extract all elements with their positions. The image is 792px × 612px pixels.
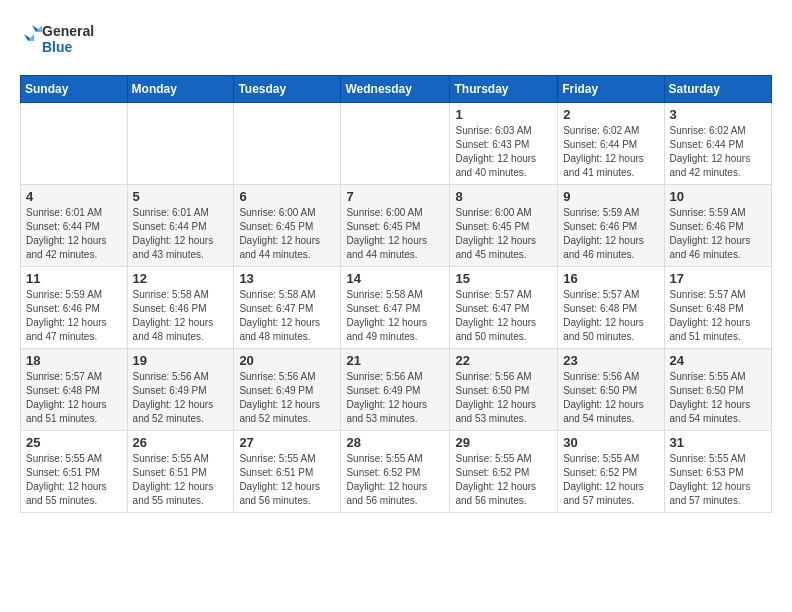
day-number: 1 [455,107,552,122]
calendar-cell: 3Sunrise: 6:02 AMSunset: 6:44 PMDaylight… [664,103,771,185]
day-number: 8 [455,189,552,204]
calendar-cell: 4Sunrise: 6:01 AMSunset: 6:44 PMDaylight… [21,185,128,267]
day-number: 4 [26,189,122,204]
day-info: Sunrise: 5:57 AMSunset: 6:48 PMDaylight:… [670,288,766,344]
week-row-4: 18Sunrise: 5:57 AMSunset: 6:48 PMDayligh… [21,349,772,431]
day-number: 10 [670,189,766,204]
day-info: Sunrise: 5:58 AMSunset: 6:46 PMDaylight:… [133,288,229,344]
day-info: Sunrise: 5:59 AMSunset: 6:46 PMDaylight:… [670,206,766,262]
calendar-cell: 1Sunrise: 6:03 AMSunset: 6:43 PMDaylight… [450,103,558,185]
calendar-cell: 17Sunrise: 5:57 AMSunset: 6:48 PMDayligh… [664,267,771,349]
day-info: Sunrise: 6:02 AMSunset: 6:44 PMDaylight:… [670,124,766,180]
day-number: 29 [455,435,552,450]
day-number: 27 [239,435,335,450]
calendar-body: 1Sunrise: 6:03 AMSunset: 6:43 PMDaylight… [21,103,772,513]
calendar-cell: 6Sunrise: 6:00 AMSunset: 6:45 PMDaylight… [234,185,341,267]
day-number: 17 [670,271,766,286]
day-info: Sunrise: 5:55 AMSunset: 6:50 PMDaylight:… [670,370,766,426]
day-number: 15 [455,271,552,286]
day-number: 6 [239,189,335,204]
calendar-cell [234,103,341,185]
day-info: Sunrise: 5:55 AMSunset: 6:52 PMDaylight:… [346,452,444,508]
calendar-cell: 11Sunrise: 5:59 AMSunset: 6:46 PMDayligh… [21,267,128,349]
day-info: Sunrise: 5:59 AMSunset: 6:46 PMDaylight:… [563,206,658,262]
day-info: Sunrise: 5:56 AMSunset: 6:50 PMDaylight:… [563,370,658,426]
calendar-cell: 29Sunrise: 5:55 AMSunset: 6:52 PMDayligh… [450,431,558,513]
calendar-cell: 13Sunrise: 5:58 AMSunset: 6:47 PMDayligh… [234,267,341,349]
calendar-cell: 19Sunrise: 5:56 AMSunset: 6:49 PMDayligh… [127,349,234,431]
calendar-cell: 23Sunrise: 5:56 AMSunset: 6:50 PMDayligh… [558,349,664,431]
day-info: Sunrise: 5:56 AMSunset: 6:49 PMDaylight:… [239,370,335,426]
day-info: Sunrise: 5:59 AMSunset: 6:46 PMDaylight:… [26,288,122,344]
day-info: Sunrise: 5:55 AMSunset: 6:51 PMDaylight:… [133,452,229,508]
day-number: 24 [670,353,766,368]
day-number: 22 [455,353,552,368]
day-number: 21 [346,353,444,368]
calendar-cell: 15Sunrise: 5:57 AMSunset: 6:47 PMDayligh… [450,267,558,349]
calendar-cell: 7Sunrise: 6:00 AMSunset: 6:45 PMDaylight… [341,185,450,267]
day-number: 30 [563,435,658,450]
day-info: Sunrise: 5:58 AMSunset: 6:47 PMDaylight:… [346,288,444,344]
day-number: 26 [133,435,229,450]
day-info: Sunrise: 5:55 AMSunset: 6:52 PMDaylight:… [563,452,658,508]
calendar-cell: 30Sunrise: 5:55 AMSunset: 6:52 PMDayligh… [558,431,664,513]
day-info: Sunrise: 6:01 AMSunset: 6:44 PMDaylight:… [133,206,229,262]
calendar-cell: 22Sunrise: 5:56 AMSunset: 6:50 PMDayligh… [450,349,558,431]
calendar-cell: 16Sunrise: 5:57 AMSunset: 6:48 PMDayligh… [558,267,664,349]
calendar-cell: 25Sunrise: 5:55 AMSunset: 6:51 PMDayligh… [21,431,128,513]
svg-text:Blue: Blue [42,39,73,55]
header-row: SundayMondayTuesdayWednesdayThursdayFrid… [21,76,772,103]
header-tuesday: Tuesday [234,76,341,103]
logo-svg: General Blue [20,20,100,65]
day-number: 12 [133,271,229,286]
day-number: 31 [670,435,766,450]
header-wednesday: Wednesday [341,76,450,103]
week-row-3: 11Sunrise: 5:59 AMSunset: 6:46 PMDayligh… [21,267,772,349]
calendar-cell: 8Sunrise: 6:00 AMSunset: 6:45 PMDaylight… [450,185,558,267]
calendar-cell: 26Sunrise: 5:55 AMSunset: 6:51 PMDayligh… [127,431,234,513]
day-info: Sunrise: 5:57 AMSunset: 6:48 PMDaylight:… [563,288,658,344]
day-number: 11 [26,271,122,286]
day-info: Sunrise: 5:55 AMSunset: 6:51 PMDaylight:… [26,452,122,508]
day-info: Sunrise: 5:56 AMSunset: 6:49 PMDaylight:… [346,370,444,426]
day-info: Sunrise: 6:00 AMSunset: 6:45 PMDaylight:… [346,206,444,262]
calendar-cell: 2Sunrise: 6:02 AMSunset: 6:44 PMDaylight… [558,103,664,185]
day-info: Sunrise: 5:55 AMSunset: 6:53 PMDaylight:… [670,452,766,508]
day-number: 7 [346,189,444,204]
day-number: 18 [26,353,122,368]
day-info: Sunrise: 5:55 AMSunset: 6:52 PMDaylight:… [455,452,552,508]
day-info: Sunrise: 5:57 AMSunset: 6:48 PMDaylight:… [26,370,122,426]
calendar-cell [21,103,128,185]
week-row-2: 4Sunrise: 6:01 AMSunset: 6:44 PMDaylight… [21,185,772,267]
page-header: General Blue [20,20,772,65]
calendar-cell: 9Sunrise: 5:59 AMSunset: 6:46 PMDaylight… [558,185,664,267]
day-info: Sunrise: 6:03 AMSunset: 6:43 PMDaylight:… [455,124,552,180]
calendar-cell: 24Sunrise: 5:55 AMSunset: 6:50 PMDayligh… [664,349,771,431]
day-number: 3 [670,107,766,122]
calendar-cell: 18Sunrise: 5:57 AMSunset: 6:48 PMDayligh… [21,349,128,431]
header-thursday: Thursday [450,76,558,103]
calendar-cell: 14Sunrise: 5:58 AMSunset: 6:47 PMDayligh… [341,267,450,349]
day-number: 16 [563,271,658,286]
calendar-cell [341,103,450,185]
day-number: 20 [239,353,335,368]
week-row-5: 25Sunrise: 5:55 AMSunset: 6:51 PMDayligh… [21,431,772,513]
header-sunday: Sunday [21,76,128,103]
calendar-cell: 5Sunrise: 6:01 AMSunset: 6:44 PMDaylight… [127,185,234,267]
day-number: 2 [563,107,658,122]
svg-text:General: General [42,23,94,39]
day-number: 9 [563,189,658,204]
header-friday: Friday [558,76,664,103]
calendar-cell: 28Sunrise: 5:55 AMSunset: 6:52 PMDayligh… [341,431,450,513]
day-info: Sunrise: 5:56 AMSunset: 6:49 PMDaylight:… [133,370,229,426]
day-number: 25 [26,435,122,450]
calendar-cell: 31Sunrise: 5:55 AMSunset: 6:53 PMDayligh… [664,431,771,513]
calendar-cell [127,103,234,185]
day-number: 19 [133,353,229,368]
week-row-1: 1Sunrise: 6:03 AMSunset: 6:43 PMDaylight… [21,103,772,185]
day-number: 5 [133,189,229,204]
calendar-cell: 12Sunrise: 5:58 AMSunset: 6:46 PMDayligh… [127,267,234,349]
calendar-table: SundayMondayTuesdayWednesdayThursdayFrid… [20,75,772,513]
day-info: Sunrise: 6:00 AMSunset: 6:45 PMDaylight:… [455,206,552,262]
calendar-cell: 27Sunrise: 5:55 AMSunset: 6:51 PMDayligh… [234,431,341,513]
